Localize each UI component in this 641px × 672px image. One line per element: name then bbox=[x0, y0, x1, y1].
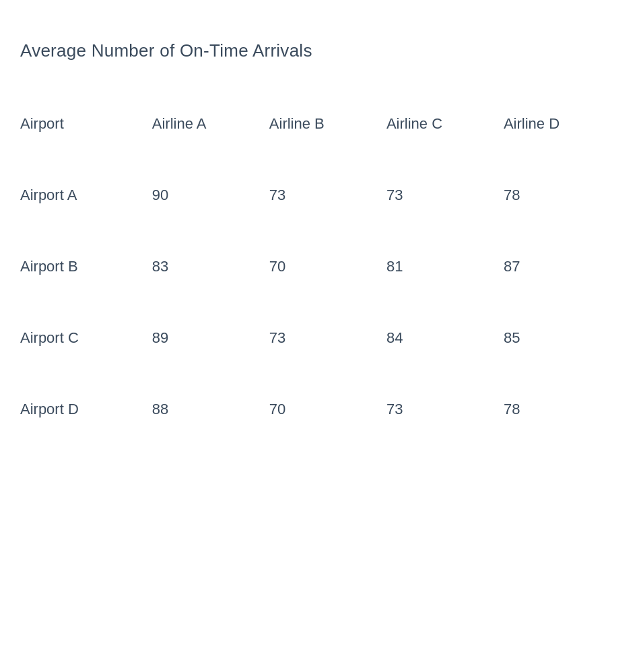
cell-2-airline_b: 73 bbox=[269, 302, 386, 374]
cell-2-airport: Airport C bbox=[20, 302, 152, 374]
col-header-airline-a: Airline A bbox=[152, 102, 269, 160]
cell-1-airport: Airport B bbox=[20, 231, 152, 302]
cell-0-airline_b: 73 bbox=[269, 160, 386, 231]
table-row: Airport A90737378 bbox=[20, 160, 621, 231]
cell-0-airline_d: 78 bbox=[504, 160, 621, 231]
cell-2-airline_a: 89 bbox=[152, 302, 269, 374]
cell-1-airline_a: 83 bbox=[152, 231, 269, 302]
cell-1-airline_b: 70 bbox=[269, 231, 386, 302]
cell-3-airport: Airport D bbox=[20, 374, 152, 445]
col-header-airport: Airport bbox=[20, 102, 152, 160]
cell-1-airline_d: 87 bbox=[504, 231, 621, 302]
page-container: Average Number of On-Time Arrivals Airpo… bbox=[0, 0, 641, 485]
cell-3-airline_d: 78 bbox=[504, 374, 621, 445]
cell-2-airline_d: 85 bbox=[504, 302, 621, 374]
table-row: Airport B83708187 bbox=[20, 231, 621, 302]
cell-0-airline_c: 73 bbox=[386, 160, 504, 231]
col-header-airline-b: Airline B bbox=[269, 102, 386, 160]
col-header-airline-c: Airline C bbox=[386, 102, 504, 160]
data-table: Airport Airline A Airline B Airline C Ai… bbox=[20, 102, 621, 445]
cell-3-airline_c: 73 bbox=[386, 374, 504, 445]
cell-2-airline_c: 84 bbox=[386, 302, 504, 374]
col-header-airline-d: Airline D bbox=[504, 102, 621, 160]
chart-title: Average Number of On-Time Arrivals bbox=[20, 40, 621, 61]
cell-1-airline_c: 81 bbox=[386, 231, 504, 302]
cell-0-airport: Airport A bbox=[20, 160, 152, 231]
table-header-row: Airport Airline A Airline B Airline C Ai… bbox=[20, 102, 621, 160]
table-row: Airport D88707378 bbox=[20, 374, 621, 445]
cell-3-airline_b: 70 bbox=[269, 374, 386, 445]
cell-0-airline_a: 90 bbox=[152, 160, 269, 231]
cell-3-airline_a: 88 bbox=[152, 374, 269, 445]
table-row: Airport C89738485 bbox=[20, 302, 621, 374]
